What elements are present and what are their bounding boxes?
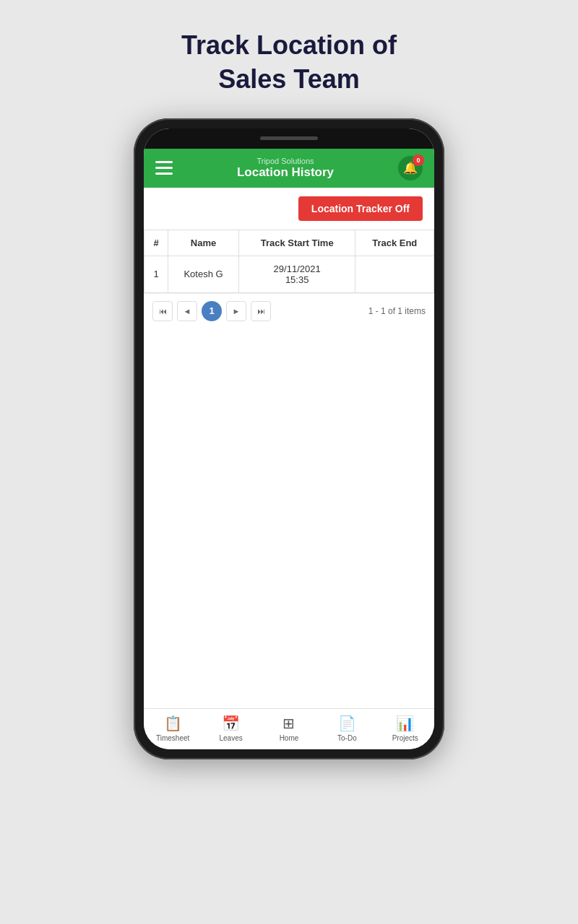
home-icon: ⊞ (282, 715, 295, 732)
projects-label: Projects (392, 734, 418, 742)
header-title-area: Tripod Solutions Location History (173, 157, 398, 180)
app-content: Location Tracker Off # Name Track Start … (144, 188, 434, 708)
menu-button[interactable] (155, 161, 173, 175)
phone-screen: Tripod Solutions Location History 🔔 0 Lo… (144, 128, 434, 749)
phone-notch (144, 128, 434, 149)
cell-name: Kotesh G (168, 256, 239, 292)
next-page-button[interactable]: ► (226, 301, 246, 321)
table-row: 1 Kotesh G 29/11/202115:35 (144, 256, 434, 292)
hamburger-line-3 (155, 173, 173, 175)
tracker-btn-row: Location Tracker Off (144, 188, 434, 230)
notch-bar (260, 136, 318, 140)
col-header-name: Name (168, 230, 239, 256)
nav-todo[interactable]: 📄 To-Do (325, 715, 368, 742)
hamburger-line-1 (155, 161, 173, 163)
todo-icon: 📄 (338, 715, 356, 732)
col-header-start: Track Start Time (238, 230, 355, 256)
last-page-button[interactable]: ⏭ (251, 301, 271, 321)
bottom-nav: 📋 Timesheet 📅 Leaves ⊞ Home 📄 To-Do 📊 Pr… (144, 708, 434, 749)
header-company: Tripod Solutions (173, 157, 398, 165)
projects-icon: 📊 (396, 715, 414, 732)
notification-button[interactable]: 🔔 0 (398, 156, 423, 180)
page-title: Track Location of Sales Team (181, 29, 397, 97)
timesheet-label: Timesheet (156, 734, 189, 742)
header-screen-title: Location History (173, 165, 398, 180)
app-header: Tripod Solutions Location History 🔔 0 (144, 149, 434, 188)
nav-timesheet[interactable]: 📋 Timesheet (151, 715, 194, 742)
nav-home[interactable]: ⊞ Home (267, 715, 311, 742)
cell-end-time (355, 256, 434, 292)
cell-start-time: 29/11/202115:35 (238, 256, 355, 292)
location-history-table: # Name Track Start Time Track End 1 Kote… (144, 230, 434, 293)
nav-leaves[interactable]: 📅 Leaves (210, 715, 253, 742)
pagination-row: ⏮ ◄ 1 ► ⏭ 1 - 1 of 1 items (144, 293, 434, 328)
notification-badge: 0 (413, 154, 424, 166)
timesheet-icon: 📋 (164, 715, 182, 732)
phone-frame: Tripod Solutions Location History 🔔 0 Lo… (134, 118, 444, 759)
col-header-end: Track End (355, 230, 434, 256)
home-label: Home (280, 734, 299, 742)
first-page-button[interactable]: ⏮ (152, 301, 173, 321)
hamburger-line-2 (155, 167, 173, 169)
col-header-num: # (144, 230, 168, 256)
leaves-icon: 📅 (222, 715, 240, 732)
pagination-info: 1 - 1 of 1 items (368, 306, 426, 316)
location-tracker-button[interactable]: Location Tracker Off (298, 196, 423, 221)
prev-page-button[interactable]: ◄ (177, 301, 197, 321)
nav-projects[interactable]: 📊 Projects (384, 715, 427, 742)
leaves-label: Leaves (219, 734, 242, 742)
page-number-button[interactable]: 1 (202, 301, 222, 321)
todo-label: To-Do (337, 734, 357, 742)
cell-num: 1 (144, 256, 168, 292)
